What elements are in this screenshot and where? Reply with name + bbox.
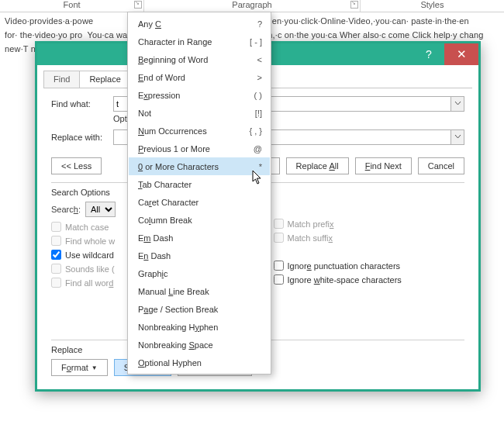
menu-item-label: Column Break: [138, 216, 262, 225]
ribbon-group-styles: Styles: [361, 0, 504, 12]
menu-item-shortcut: { , }: [249, 126, 262, 136]
menu-item[interactable]: Optional Hyphen: [129, 354, 270, 371]
dropdown-icon[interactable]: [450, 97, 464, 111]
chevron-down-icon: ▼: [91, 364, 98, 371]
menu-item-shortcut: @: [254, 144, 262, 154]
menu-item-label: Expression: [138, 91, 247, 100]
menu-item[interactable]: En Dash: [129, 247, 270, 264]
match-prefix-checkbox: Match prefix: [274, 219, 465, 229]
menu-item[interactable]: Page / Section Break: [129, 300, 270, 318]
menu-item-label: En Dash: [138, 251, 262, 261]
tab-replace-label: Replace: [89, 74, 120, 84]
ignore-punct-checkbox[interactable]: Ignore punctuation characters: [274, 261, 465, 271]
find-next-button[interactable]: Find Next: [355, 157, 412, 174]
tab-find[interactable]: Find: [43, 71, 80, 88]
less-button[interactable]: << Less: [51, 157, 102, 174]
menu-item[interactable]: End of Word>: [129, 68, 270, 86]
menu-item-label: Not: [138, 109, 247, 118]
menu-item[interactable]: Manual Line Break: [129, 282, 270, 300]
menu-item[interactable]: Caret Character: [129, 193, 270, 211]
menu-item[interactable]: Column Break: [129, 211, 270, 229]
menu-item-label: Nonbreaking Space: [138, 340, 262, 350]
menu-item-label: Any C: [138, 19, 250, 29]
format-button-label: Format: [61, 363, 88, 372]
match-suffix-label: Match suffix: [288, 233, 333, 243]
find-next-label: Find Next: [365, 161, 402, 171]
menu-item[interactable]: Nonbreaking Space: [129, 336, 270, 354]
menu-item[interactable]: Not[!]: [129, 104, 270, 122]
match-prefix-label: Match prefix: [288, 219, 334, 229]
ribbon-group-font: Font: [0, 0, 144, 12]
menu-item[interactable]: Num Occurrences{ , }: [129, 122, 270, 140]
dropdown-icon[interactable]: [450, 130, 464, 144]
ribbon-group-paragraph: Paragraph: [144, 0, 361, 12]
whole-word-label: Find whole w: [65, 236, 115, 246]
menu-item-label: Manual Line Break: [138, 287, 262, 296]
menu-item-shortcut: [!]: [255, 109, 262, 118]
use-wildcards-label: Use wildcard: [65, 250, 114, 260]
replace-all-label: Replace All: [296, 161, 339, 171]
ribbon-label-styles: Styles: [420, 0, 444, 9]
find-what-label: Find what:: [51, 99, 113, 109]
menu-item-label: Optional Hyphen: [138, 358, 262, 368]
menu-item[interactable]: Any C?: [129, 15, 270, 33]
menu-item[interactable]: Beginning of Word<: [129, 50, 270, 68]
ribbon-label-font: Font: [64, 0, 81, 9]
ribbon-label-paragraph: Paragraph: [232, 0, 271, 9]
menu-item-label: Page / Section Break: [138, 305, 262, 314]
menu-item[interactable]: Expression( ): [129, 86, 270, 104]
menu-item-label: Character in Range: [138, 37, 242, 47]
ignore-whitespace-checkbox[interactable]: Ignore white-space characters: [274, 274, 465, 285]
sounds-like-label: Sounds like (: [65, 264, 115, 274]
menu-item-label: 0 or More Characters: [138, 162, 251, 171]
launcher-icon[interactable]: [350, 1, 358, 9]
menu-item[interactable]: 0 or More Characters*: [129, 157, 270, 175]
menu-item-label: End of Word: [138, 73, 250, 82]
launcher-icon[interactable]: [134, 1, 142, 9]
menu-item-label: Beginning of Word: [138, 55, 250, 64]
tab-find-label: Find: [54, 74, 70, 84]
menu-item[interactable]: Character in Range[ - ]: [129, 33, 270, 50]
ignore-punct-label: Ignore punctuation characters: [288, 261, 401, 271]
menu-item-label: Nonbreaking Hyphen: [138, 323, 262, 332]
tab-replace[interactable]: Replace: [79, 71, 130, 88]
menu-item-label: Graphic: [138, 269, 262, 278]
menu-item[interactable]: Previous 1 or More@: [129, 140, 270, 157]
menu-item-shortcut: ?: [257, 19, 262, 29]
menu-item[interactable]: Nonbreaking Hyphen: [129, 318, 270, 336]
less-button-label: << Less: [61, 161, 91, 171]
search-label: Search:: [51, 205, 81, 214]
menu-item-shortcut: <: [257, 55, 262, 64]
menu-item-label: Em Dash: [138, 233, 262, 243]
mouse-cursor-icon: [252, 170, 263, 187]
match-case-label: Match case: [65, 223, 109, 232]
menu-item-label: Caret Character: [138, 198, 262, 207]
replace-with-label: Replace with:: [51, 133, 113, 142]
menu-item-label: Num Occurrences: [138, 126, 241, 136]
ignore-whitespace-label: Ignore white-space characters: [288, 275, 402, 285]
special-menu[interactable]: Any C?Character in Range[ - ]Beginning o…: [127, 12, 271, 374]
menu-item-shortcut: >: [257, 73, 262, 82]
menu-item[interactable]: Tab Character: [129, 175, 270, 193]
search-direction-select[interactable]: All: [85, 202, 116, 217]
menu-item-label: Previous 1 or More: [138, 144, 246, 154]
match-suffix-checkbox: Match suffix: [274, 233, 465, 243]
find-all-forms-label: Find all word: [65, 278, 113, 288]
replace-all-button[interactable]: Replace All: [286, 157, 349, 174]
menu-item-label: Tab Character: [138, 180, 262, 189]
cancel-button-label: Cancel: [428, 161, 454, 171]
menu-item-shortcut: ( ): [254, 91, 262, 100]
menu-item[interactable]: Em Dash: [129, 229, 270, 247]
format-button[interactable]: Format▼: [51, 359, 108, 376]
help-button[interactable]: ?: [413, 43, 444, 65]
close-button[interactable]: ✕: [444, 43, 478, 65]
menu-item[interactable]: Graphic: [129, 264, 270, 282]
cancel-button[interactable]: Cancel: [418, 157, 464, 174]
menu-item-shortcut: [ - ]: [250, 37, 262, 47]
